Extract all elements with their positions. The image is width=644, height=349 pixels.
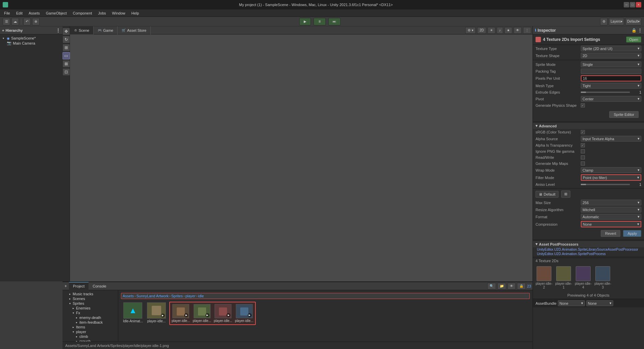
menu-jobs[interactable]: Jobs <box>95 10 108 16</box>
menu-gameobject[interactable]: GameObject <box>43 10 70 16</box>
open-button[interactable]: Open <box>626 36 641 43</box>
advanced-section-header[interactable]: ▾ Advanced <box>533 122 644 129</box>
pivot-dropdown[interactable]: Center ▾ <box>581 96 641 102</box>
hier-lock-icon[interactable]: ⋮ <box>56 28 60 33</box>
menu-edit[interactable]: Edit <box>14 10 25 16</box>
vp-gizmos[interactable]: ⚙ ▾ <box>465 27 476 34</box>
post-processor-2[interactable]: UnityEditor.U2D.Animation.SpritePostProc… <box>533 252 644 256</box>
asset-player-idle-4[interactable]: ▶ player-idle... <box>234 303 254 323</box>
sprite-mode-dropdown[interactable]: Single ▾ <box>581 61 641 67</box>
bc-assets[interactable]: Assets <box>123 294 134 298</box>
bc-sprites[interactable]: Sprites <box>171 294 183 298</box>
tool-rect[interactable]: ▭ <box>63 52 70 59</box>
tree-music[interactable]: ▸ Music tracks <box>63 292 118 296</box>
texture-type-dropdown[interactable]: Sprite (2D and UI) ▾ <box>581 46 641 51</box>
collab-btn[interactable]: ⚙ <box>600 18 608 25</box>
asset-player-idle-0[interactable]: ▶ player-idle... <box>146 302 167 325</box>
toolbar-cloud[interactable]: ☁ <box>11 18 19 25</box>
tree-climb[interactable]: ▸ climb <box>63 334 118 339</box>
project-lock-icon[interactable]: 🔒 <box>517 283 526 290</box>
asset-bundle-variant-dropdown[interactable]: None ▾ <box>586 300 613 306</box>
maximize-button[interactable]: □ <box>630 2 635 7</box>
filter-dropdown[interactable]: Point (no filter) ▾ <box>581 174 641 181</box>
insp-thumb-3[interactable]: player-idle-4 <box>575 266 592 289</box>
minimize-button[interactable]: ─ <box>624 2 629 7</box>
ee-slider[interactable] <box>581 92 630 93</box>
wrap-dropdown[interactable]: Clamp ▾ <box>581 167 641 173</box>
asset-player-idle-3[interactable]: ▶ player-idle... <box>213 303 233 323</box>
tool-rotate[interactable]: ↻ <box>63 36 70 43</box>
tree-scenes[interactable]: ▸ Scenes <box>63 296 118 301</box>
revert-button[interactable]: Revert <box>601 230 620 237</box>
tree-sprites[interactable]: ▾ Sprites <box>63 301 118 306</box>
tool-move[interactable]: ✥ <box>63 28 70 35</box>
vp-tab-scene[interactable]: ⛭ Scene <box>70 26 94 34</box>
apply-button[interactable]: Apply <box>623 230 641 237</box>
layout-dropdown[interactable]: Default ▾ <box>625 18 641 25</box>
aniso-slider[interactable] <box>581 184 630 185</box>
menu-file[interactable]: File <box>1 10 13 16</box>
tool-scale[interactable]: ⊞ <box>63 44 70 51</box>
tree-enemies[interactable]: ▸ Enemies <box>63 306 118 310</box>
menu-help[interactable]: Help <box>129 10 142 16</box>
layers-dropdown[interactable]: Layers ▾ <box>609 18 624 25</box>
hier-sample-scene[interactable]: ▾ ◉ SampleScene* <box>0 36 63 41</box>
tree-enemy-death[interactable]: ▸ enemy-death <box>63 315 118 320</box>
pause-button[interactable]: ⏸ <box>314 18 326 25</box>
menu-component[interactable]: Component <box>70 10 95 16</box>
default-platform-btn[interactable]: 🖥 Default <box>536 191 559 198</box>
tab-console[interactable]: Console <box>89 282 110 290</box>
play-button[interactable]: ▶ <box>299 18 311 25</box>
at-checkbox[interactable] <box>581 143 585 147</box>
packing-tag-input[interactable] <box>581 69 641 74</box>
project-add-btn[interactable]: + <box>63 284 69 289</box>
tree-items[interactable]: ▸ Items <box>63 325 118 329</box>
menu-assets[interactable]: Assets <box>26 10 43 16</box>
comp-dropdown[interactable]: None ▾ <box>581 221 641 227</box>
toolbar-collab[interactable]: ⊕ <box>32 18 40 25</box>
vp-tab-game[interactable]: 🎮 Game <box>94 26 118 34</box>
project-eye-icon[interactable]: 👁 <box>507 283 516 290</box>
ra-dropdown[interactable]: Mitchell ▾ <box>581 207 641 213</box>
tree-player[interactable]: ▾ player <box>63 329 118 334</box>
srgb-checkbox[interactable] <box>581 130 585 134</box>
vp-2d[interactable]: 2D <box>477 27 486 34</box>
bc-idle[interactable]: idle <box>198 294 204 298</box>
hier-main-camera[interactable]: 📷 Main Camera <box>0 41 63 46</box>
tool-custom[interactable]: ⊡ <box>63 68 70 76</box>
toolbar-account[interactable]: ☰ <box>3 18 10 25</box>
menu-window[interactable]: Window <box>109 10 128 16</box>
texture-shape-dropdown[interactable]: 2D ▾ <box>581 53 641 58</box>
vp-audio[interactable]: ♪ <box>497 27 503 34</box>
insp-thumb-1[interactable]: player-idle-2 <box>536 266 552 289</box>
step-button[interactable]: ⏭ <box>328 18 341 25</box>
mesh-type-dropdown[interactable]: Tight ▾ <box>581 83 641 89</box>
tree-crouch[interactable]: ▸ crouch <box>63 339 118 342</box>
insp-thumb-4[interactable]: player-idle-3 <box>594 266 611 289</box>
tree-fx[interactable]: ▾ Fx <box>63 310 118 315</box>
asset-idle-anim[interactable]: ▲ Idle-Animat... <box>122 302 144 325</box>
tab-project[interactable]: Project <box>69 282 89 290</box>
vp-tab-asset-store[interactable]: 🛒 Asset Store <box>118 26 151 34</box>
alpha-src-dropdown[interactable]: Input Texture Alpha ▾ <box>581 136 641 142</box>
tree-item-feedback[interactable]: ▸ item-feedback <box>63 320 118 325</box>
vp-scene-vis[interactable]: 👁 <box>514 27 522 34</box>
rw-checkbox[interactable] <box>581 155 585 159</box>
asset-bundle-dropdown[interactable]: None ▾ <box>558 300 585 306</box>
max-size-dropdown[interactable]: 256 ▾ <box>581 200 641 205</box>
hier-add-icon[interactable]: + <box>2 28 4 32</box>
vp-more[interactable]: ⋮ <box>523 27 531 34</box>
project-folder-icon[interactable]: 📁 <box>497 283 506 290</box>
tool-transform[interactable]: ⊠ <box>63 60 70 68</box>
close-button[interactable]: ✕ <box>636 2 641 7</box>
inspector-more-btn[interactable]: ⋮ <box>638 28 642 33</box>
mip-checkbox[interactable] <box>581 161 585 166</box>
post-processor-1[interactable]: UnityEditor.U2D.Animation.SpriteLibraryS… <box>533 247 644 252</box>
project-search-icon[interactable]: 🔍 <box>487 283 496 290</box>
asset-player-idle-2[interactable]: ▶ player-idle... <box>192 303 212 323</box>
inspector-lock-btn[interactable]: 🔒 <box>631 28 637 33</box>
platform-btn-2[interactable]: ⊞ <box>561 191 570 198</box>
bc-sunnyland[interactable]: SunnyLand Artwork <box>137 294 169 298</box>
toolbar-undo[interactable]: ↶ <box>23 18 31 25</box>
insp-thumb-2[interactable]: player-idle-1 <box>555 266 572 289</box>
